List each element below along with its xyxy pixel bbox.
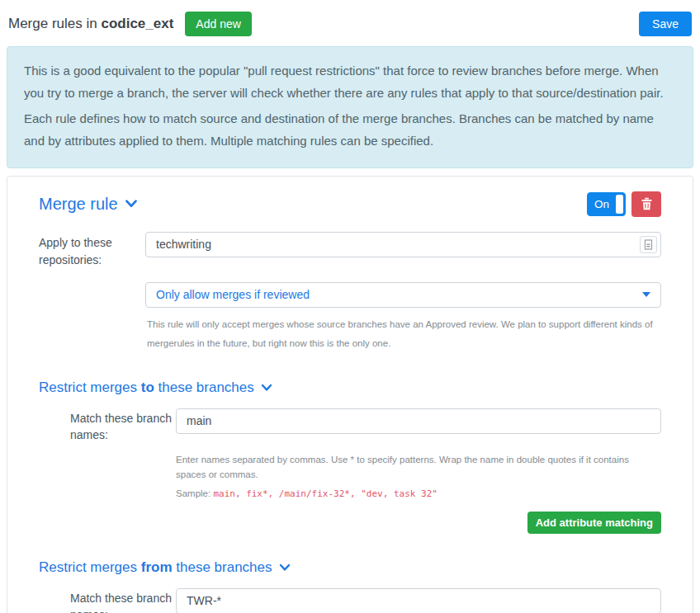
branch-match-help: Enter names separated by commas. Use * t… bbox=[176, 453, 661, 482]
info-alert: This is a good equivalent to the popular… bbox=[7, 46, 693, 168]
toggle-knob bbox=[616, 195, 623, 214]
toggle-state-label: On bbox=[588, 198, 616, 210]
repository-name: codice_ext bbox=[101, 16, 173, 31]
branch-match-label: Match these branch names: bbox=[70, 408, 176, 444]
merge-rule-panel: Merge rule On bbox=[7, 176, 693, 613]
merge-rules-page: Merge rules in codice_ext Add new Save T… bbox=[0, 0, 700, 613]
rule-title-label: Merge rule bbox=[39, 195, 118, 214]
rule-header: Merge rule On bbox=[39, 191, 661, 217]
restrict-from-title-toggle[interactable]: Restrict merges from these branches bbox=[39, 559, 661, 576]
sample-label: Sample: bbox=[176, 488, 213, 498]
add-attribute-matching-to-button[interactable]: Add attribute matching bbox=[527, 512, 661, 534]
rule-title-toggle[interactable]: Merge rule bbox=[39, 195, 139, 214]
attribute-button-row: Add attribute matching bbox=[39, 512, 661, 534]
caret-down-icon bbox=[642, 292, 650, 297]
save-button[interactable]: Save bbox=[639, 12, 692, 36]
page-header: Merge rules in codice_ext Add new Save bbox=[7, 7, 693, 38]
sample-code: main, fix*, /main/fix-32*, "dev, task 32… bbox=[213, 488, 438, 499]
branch-match-input-wrap bbox=[176, 588, 661, 613]
branch-match-row: Match these branch names: bbox=[70, 408, 661, 444]
rule-type-selected: Only allow merges if reviewed bbox=[156, 288, 310, 301]
repositories-input[interactable] bbox=[145, 232, 661, 257]
info-paragraph-1: This is a good equivalent to the popular… bbox=[24, 60, 676, 104]
restrict-from-section: Restrict merges from these branches Matc… bbox=[39, 559, 661, 613]
page-title: Merge rules in codice_ext bbox=[8, 16, 173, 32]
branch-match-input-wrap bbox=[176, 408, 661, 444]
rule-controls: On bbox=[587, 191, 661, 217]
repositories-row: Apply to these repositories: bbox=[39, 232, 661, 269]
section-title-text: Restrict merges from these branches bbox=[39, 559, 272, 576]
rule-enabled-toggle[interactable]: On bbox=[587, 192, 626, 216]
info-paragraph-2: Each rule defines how to match source an… bbox=[24, 108, 676, 152]
rule-type-help: This rule will only accept merges whose … bbox=[147, 315, 661, 354]
repositories-label: Apply to these repositories: bbox=[39, 232, 145, 269]
page-title-prefix: Merge rules in bbox=[8, 16, 101, 31]
chevron-down-icon bbox=[124, 196, 139, 211]
branch-match-label: Match these branch names: bbox=[70, 588, 176, 613]
trash-icon bbox=[641, 197, 653, 210]
delete-rule-button[interactable] bbox=[631, 191, 661, 217]
sample-line: Sample: main, fix*, /main/fix-32*, "dev,… bbox=[176, 488, 661, 499]
rule-type-dropdown[interactable]: Only allow merges if reviewed bbox=[145, 282, 661, 308]
branch-match-row: Match these branch names: bbox=[70, 588, 661, 613]
branch-names-from-input[interactable] bbox=[176, 588, 661, 613]
chevron-down-icon bbox=[260, 381, 273, 394]
repositories-input-wrap bbox=[145, 232, 661, 269]
restrict-to-title-toggle[interactable]: Restrict merges to these branches bbox=[39, 380, 661, 396]
branch-names-to-input[interactable] bbox=[176, 408, 661, 434]
chevron-down-icon bbox=[278, 561, 291, 574]
section-title-text: Restrict merges to these branches bbox=[39, 380, 254, 396]
repository-picker-icon[interactable] bbox=[640, 236, 657, 253]
restrict-to-section: Restrict merges to these branches Match … bbox=[39, 380, 661, 534]
add-new-button[interactable]: Add new bbox=[185, 12, 251, 36]
